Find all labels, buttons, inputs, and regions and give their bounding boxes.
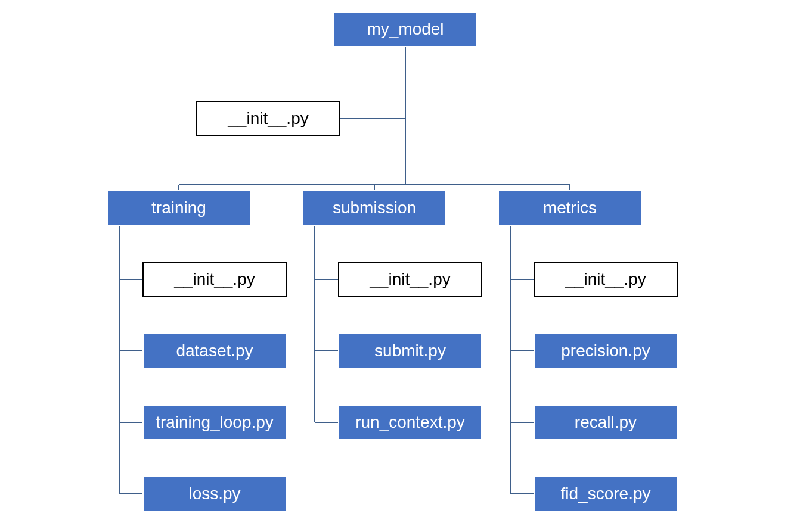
file-label-0-1: dataset.py [176,341,253,360]
directory-tree-diagram: my_model__init__.pytraining__init__.pyda… [0,0,797,532]
child-folder-label-1: submission [333,198,416,217]
root-init-label: __init__.py [227,109,308,127]
file-label-0-0: __init__.py [173,270,255,288]
child-folder-label-2: metrics [543,198,597,217]
file-label-2-3: fid_score.py [561,484,651,503]
root-folder-label: my_model [367,20,444,38]
file-label-0-2: training_loop.py [156,413,274,431]
file-label-0-3: loss.py [188,484,240,503]
file-label-1-0: __init__.py [369,270,450,288]
file-label-2-0: __init__.py [565,270,646,288]
file-label-2-1: precision.py [561,341,650,360]
file-label-1-1: submit.py [374,341,446,360]
child-folder-label-0: training [151,198,206,217]
file-label-2-2: recall.py [575,413,637,431]
file-label-1-2: run_context.py [355,413,465,431]
